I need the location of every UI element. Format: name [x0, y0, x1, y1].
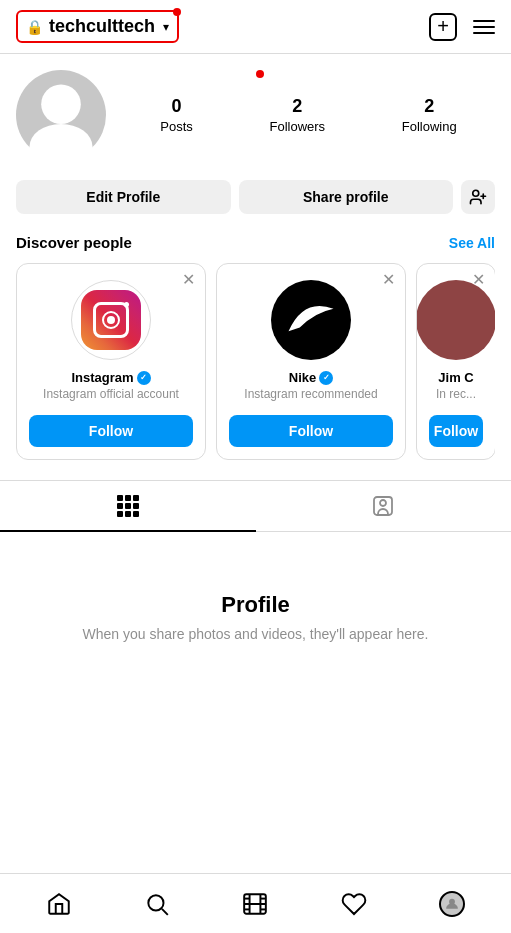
close-icon-instagram[interactable]: ✕	[182, 272, 195, 288]
tabs-section	[0, 480, 511, 532]
username-label: techculttech	[49, 16, 155, 37]
profile-placeholder-text: When you share photos and videos, they'l…	[16, 626, 495, 642]
followers-stat[interactable]: 2 Followers	[269, 96, 325, 134]
follow-button-nike[interactable]: Follow	[229, 415, 393, 447]
suggestion-card-instagram: ✕ Instagram ✓ Instagram official account…	[16, 263, 206, 460]
stats-row: 0 Posts 2 Followers 2 Following	[122, 96, 495, 134]
profile-section: 0 Posts 2 Followers 2 Following	[0, 54, 511, 168]
posts-label: Posts	[160, 119, 193, 134]
tagged-icon	[371, 494, 395, 518]
header-actions: +	[429, 13, 495, 41]
add-person-icon	[469, 188, 487, 206]
see-all-link[interactable]: See All	[449, 235, 495, 251]
svg-point-0	[41, 84, 81, 124]
edit-profile-button[interactable]: Edit Profile	[16, 180, 231, 214]
profile-placeholder: Profile When you share photos and videos…	[0, 532, 511, 662]
nav-home[interactable]	[37, 882, 81, 926]
nav-reels[interactable]	[233, 882, 277, 926]
nike-swoosh-icon	[281, 290, 341, 350]
menu-button[interactable]	[473, 20, 495, 34]
followers-count: 2	[292, 96, 302, 117]
add-person-button[interactable]	[461, 180, 495, 214]
follow-button-instagram[interactable]: Follow	[29, 415, 193, 447]
instagram-card-name: Instagram ✓	[71, 370, 150, 385]
instagram-card-desc: Instagram official account	[43, 387, 179, 403]
discover-title: Discover people	[16, 234, 132, 251]
tab-tagged[interactable]	[256, 481, 512, 531]
nav-profile[interactable]	[430, 882, 474, 926]
nav-heart[interactable]	[332, 882, 376, 926]
share-profile-button[interactable]: Share profile	[239, 180, 454, 214]
suggestion-card-jimc: ✕ Jim C In rec... Follow	[416, 263, 495, 460]
avatar-icon	[16, 70, 106, 160]
close-icon-nike[interactable]: ✕	[382, 272, 395, 288]
search-icon	[144, 891, 170, 917]
verified-badge-nike: ✓	[319, 371, 333, 385]
grid-icon	[117, 495, 139, 517]
nav-search[interactable]	[135, 882, 179, 926]
add-content-button[interactable]: +	[429, 13, 457, 41]
heart-icon	[341, 891, 367, 917]
followers-label: Followers	[269, 119, 325, 134]
instagram-logo-icon	[81, 290, 141, 350]
follow-button-jimc[interactable]: Follow	[429, 415, 483, 447]
profile-nav-avatar	[439, 891, 465, 917]
posts-stat: 0 Posts	[160, 96, 193, 134]
instagram-avatar	[71, 280, 151, 360]
home-icon	[46, 891, 72, 917]
bottom-nav	[0, 873, 511, 933]
nike-card-name: Nike ✓	[289, 370, 333, 385]
lock-icon: 🔒	[26, 19, 43, 35]
svg-point-1	[30, 124, 93, 160]
notification-dot	[173, 8, 181, 16]
svg-point-2	[473, 190, 479, 196]
jimc-avatar	[416, 280, 495, 360]
discover-section: Discover people See All ✕ Instagram ✓ In…	[0, 226, 511, 464]
following-count: 2	[424, 96, 434, 117]
profile-nav-icon	[445, 897, 459, 911]
posts-count: 0	[172, 96, 182, 117]
svg-point-7	[149, 895, 164, 910]
suggestions-scroll: ✕ Instagram ✓ Instagram official account…	[16, 263, 495, 460]
profile-placeholder-title: Profile	[16, 592, 495, 618]
close-icon-jimc[interactable]: ✕	[472, 272, 485, 288]
nike-card-desc: Instagram recommended	[244, 387, 377, 403]
action-buttons: Edit Profile Share profile	[0, 168, 511, 226]
profile-info-row: 0 Posts 2 Followers 2 Following	[16, 70, 495, 160]
header: 🔒 techculttech ▾ +	[0, 0, 511, 54]
svg-line-8	[162, 908, 168, 914]
suggestion-card-nike: ✕ Nike ✓ Instagram recommended Follow	[216, 263, 406, 460]
jimc-card-desc: In rec...	[436, 387, 476, 403]
tab-grid[interactable]	[0, 481, 256, 531]
jimc-card-name: Jim C	[438, 370, 473, 385]
chevron-down-icon: ▾	[163, 20, 169, 34]
following-stat[interactable]: 2 Following	[402, 96, 457, 134]
following-label: Following	[402, 119, 457, 134]
stats-notification-dot	[256, 70, 264, 78]
discover-header: Discover people See All	[16, 234, 495, 251]
username-container[interactable]: 🔒 techculttech ▾	[16, 10, 179, 43]
verified-badge-instagram: ✓	[137, 371, 151, 385]
reels-icon	[242, 891, 268, 917]
avatar	[16, 70, 106, 160]
nike-avatar	[271, 280, 351, 360]
svg-point-6	[380, 500, 386, 506]
